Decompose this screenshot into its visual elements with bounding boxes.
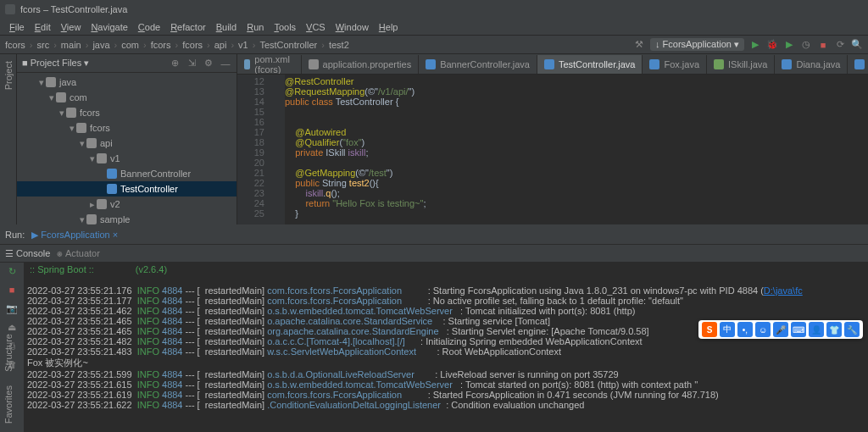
file-icon bbox=[854, 59, 865, 69]
ime-voice-icon[interactable]: 🎤 bbox=[773, 322, 788, 337]
profile-button[interactable]: ◷ bbox=[800, 39, 812, 51]
folder-icon bbox=[76, 123, 86, 133]
file-icon bbox=[714, 59, 724, 69]
menu-edit[interactable]: Edit bbox=[31, 20, 55, 34]
window-title: fcors – TestController.java bbox=[20, 4, 127, 14]
ime-emoji-icon[interactable]: ☺ bbox=[755, 322, 771, 337]
ime-user-icon[interactable]: 👤 bbox=[809, 322, 824, 337]
breadcrumb-item[interactable]: test2 bbox=[329, 40, 349, 50]
ime-punct-icon[interactable]: •, bbox=[737, 322, 753, 337]
editor-tab[interactable]: pom.xml (fcors) bbox=[237, 55, 302, 74]
editor-tab[interactable]: Fox.java bbox=[643, 55, 707, 74]
code-lines[interactable]: @RestController@RequestMapping(©"/v1/api… bbox=[285, 75, 868, 224]
stop-run-button[interactable]: ■ bbox=[5, 283, 19, 296]
toolbar: fcorssrcmainjavacomfcorsfcorsapiv1TestCo… bbox=[0, 36, 868, 54]
menu-view[interactable]: View bbox=[57, 20, 86, 34]
line-gutter: 1213141516171819202122232425 bbox=[237, 75, 270, 224]
editor-tab[interactable]: application.properties bbox=[302, 55, 420, 74]
tree-item[interactable]: BannerController bbox=[17, 166, 236, 181]
console-output[interactable]: :: Spring Boot :: (v2.6.4)2022-03-27 23:… bbox=[24, 263, 868, 432]
build-icon[interactable]: ⚒ bbox=[633, 39, 645, 51]
code-editor[interactable]: 1213141516171819202122232425 @RestContro… bbox=[237, 75, 868, 224]
breadcrumb-item[interactable]: api bbox=[214, 40, 227, 50]
menu-window[interactable]: Window bbox=[331, 20, 373, 34]
menu-code[interactable]: Code bbox=[134, 20, 164, 34]
project-tool-window: ■ Project Files ▾ ⊕ ⇲ ⚙ — ▾java▾com▾fcor… bbox=[17, 54, 237, 224]
tree-item[interactable]: ▾fcors bbox=[17, 120, 236, 136]
ime-tool-icon[interactable]: 🔧 bbox=[844, 322, 860, 337]
tree-item[interactable]: ▾sample bbox=[17, 212, 236, 224]
menu-help[interactable]: Help bbox=[375, 20, 403, 34]
debug-button[interactable]: 🐞 bbox=[766, 39, 778, 51]
run-tab[interactable]: ▶ FcorsApplication × bbox=[31, 230, 118, 241]
menu-vcs[interactable]: VCS bbox=[302, 20, 330, 34]
breadcrumb-item[interactable]: fcors bbox=[182, 40, 203, 50]
side-tab-project[interactable]: Project bbox=[2, 58, 15, 93]
tree-item[interactable]: ▾fcors bbox=[17, 105, 236, 120]
folder-icon bbox=[56, 92, 66, 102]
side-tab-favorites[interactable]: Favorites bbox=[2, 382, 15, 427]
breadcrumb-item[interactable]: fcors bbox=[5, 40, 25, 50]
class-icon bbox=[107, 169, 117, 179]
search-icon[interactable]: 🔍 bbox=[851, 39, 863, 51]
project-settings-icon[interactable]: ⊕ bbox=[169, 58, 181, 69]
run-subtab-actuator[interactable]: ⎈ Actuator bbox=[57, 248, 99, 258]
breadcrumb-item[interactable]: com bbox=[121, 40, 139, 50]
run-subtab-console[interactable]: ☰ Console bbox=[5, 248, 50, 259]
tree-item[interactable]: ▸v2 bbox=[17, 197, 236, 212]
ime-logo-icon[interactable]: S bbox=[702, 322, 717, 337]
breadcrumb-item[interactable]: TestController bbox=[259, 40, 317, 50]
tree-item[interactable]: ▾api bbox=[17, 136, 236, 151]
menu-refactor[interactable]: Refactor bbox=[166, 20, 210, 34]
breadcrumb-item[interactable]: v1 bbox=[238, 40, 248, 50]
breadcrumb-item[interactable]: fcors bbox=[151, 40, 171, 50]
tree-item[interactable]: TestController bbox=[17, 181, 236, 197]
project-view-mode[interactable]: ■ Project Files ▾ bbox=[22, 58, 89, 69]
ime-skin-icon[interactable]: 👕 bbox=[826, 322, 842, 337]
side-tab-structure[interactable]: Structure bbox=[2, 330, 15, 375]
run-label: Run: bbox=[5, 230, 25, 240]
run-button[interactable]: ▶ bbox=[749, 39, 761, 51]
file-icon bbox=[426, 59, 436, 69]
tree-item[interactable]: ▾java bbox=[17, 75, 236, 90]
menu-run[interactable]: Run bbox=[242, 20, 268, 34]
project-collapse-icon[interactable]: ⇲ bbox=[186, 58, 198, 69]
editor-tab[interactable]: FcorsApplication.java bbox=[848, 55, 868, 74]
run-config-selector[interactable]: ↓ FcorsApplication ▾ bbox=[650, 38, 744, 51]
editor-tab[interactable]: Diana.java bbox=[775, 55, 848, 74]
folder-icon bbox=[46, 77, 56, 87]
menu-tools[interactable]: Tools bbox=[270, 20, 300, 34]
tree-item[interactable]: ▾v1 bbox=[17, 151, 236, 166]
rerun-button[interactable]: ↻ bbox=[5, 264, 19, 278]
menu-build[interactable]: Build bbox=[212, 20, 241, 34]
breadcrumb-item[interactable]: src bbox=[37, 40, 50, 50]
breadcrumb-item[interactable]: java bbox=[92, 40, 109, 50]
editor-tab[interactable]: BannerController.java bbox=[419, 55, 537, 74]
project-hide-icon[interactable]: — bbox=[220, 58, 231, 69]
stop-button[interactable]: ■ bbox=[817, 39, 829, 51]
dump-button[interactable]: 📷 bbox=[5, 302, 19, 315]
breadcrumb: fcorssrcmainjavacomfcorsfcorsapiv1TestCo… bbox=[5, 40, 630, 50]
app-icon bbox=[5, 4, 15, 14]
git-update-icon[interactable]: ⟳ bbox=[834, 39, 846, 51]
breadcrumb-item[interactable]: main bbox=[61, 40, 81, 50]
folder-icon bbox=[86, 214, 97, 224]
coverage-button[interactable]: ▶ bbox=[783, 39, 795, 51]
editor-tab[interactable]: ISkill.java bbox=[707, 55, 775, 74]
menu-navigate[interactable]: Navigate bbox=[86, 20, 131, 34]
project-gear-icon[interactable]: ⚙ bbox=[203, 58, 214, 69]
file-icon bbox=[649, 59, 659, 69]
class-icon bbox=[107, 184, 117, 194]
folder-icon bbox=[66, 108, 76, 118]
ime-keyboard-icon[interactable]: ⌨ bbox=[791, 322, 806, 337]
file-icon bbox=[244, 59, 250, 69]
ime-toolbar[interactable]: S 中 •, ☺ 🎤 ⌨ 👤 👕 🔧 bbox=[698, 320, 863, 339]
project-tree[interactable]: ▾java▾com▾fcors▾fcors▾api▾v1BannerContro… bbox=[17, 73, 236, 224]
file-icon bbox=[309, 59, 319, 69]
ime-lang-icon[interactable]: 中 bbox=[720, 322, 735, 337]
menubar: FileEditViewNavigateCodeRefactorBuildRun… bbox=[0, 19, 868, 36]
menu-file[interactable]: File bbox=[5, 20, 29, 34]
editor-tab[interactable]: TestController.java bbox=[537, 55, 643, 74]
left-tool-stripe: Project bbox=[0, 54, 17, 224]
tree-item[interactable]: ▾com bbox=[17, 90, 236, 105]
